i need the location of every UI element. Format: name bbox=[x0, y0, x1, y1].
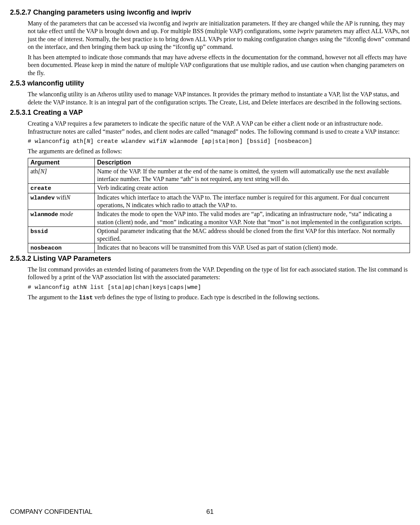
section-body-2.5.3.2: The list command provides an extended li… bbox=[28, 266, 410, 302]
section-heading-2.5.3.1: 2.5.3.1 Creating a VAP bbox=[10, 109, 410, 117]
paragraph: Creating a VAP requires a few parameters… bbox=[28, 120, 410, 136]
argument-cell: create bbox=[28, 184, 95, 193]
section-body-2.5.2.7: Many of the parameters that can be acces… bbox=[28, 20, 410, 77]
paragraph: The arguments are defined as follows: bbox=[28, 148, 410, 155]
description-cell: Verb indicating create action bbox=[95, 184, 410, 193]
argument-cell: ath[N] bbox=[28, 167, 95, 183]
description-cell: Indicates that no beacons will be transm… bbox=[95, 243, 410, 253]
command-line: # wlanconfig athN list [sta|ap|chan|keys… bbox=[28, 284, 410, 291]
argument-cell: nosbeacon bbox=[28, 243, 95, 253]
description-cell: Indicates which interface to attach the … bbox=[95, 193, 410, 210]
paragraph: It has been attempted to indicate those … bbox=[28, 54, 410, 77]
section-heading-2.5.2.7: 2.5.2.7 Changing parameters using iwconf… bbox=[10, 8, 410, 17]
description-cell: Name of the VAP. If the number at the en… bbox=[95, 167, 410, 183]
argument-cell: wlanmode mode bbox=[28, 210, 95, 226]
section-body-2.5.3: The wlanconfig utility is an Atheros uti… bbox=[28, 91, 410, 106]
table-header-description: Description bbox=[95, 158, 410, 167]
argument-cell: bssid bbox=[28, 226, 95, 243]
table-row: createVerb indicating create action bbox=[28, 184, 410, 193]
table-header-argument: Argument bbox=[28, 158, 95, 167]
table-row: wlanmode modeIndicates the mode to open … bbox=[28, 210, 410, 226]
table-row: bssidOptional parameter indicating that … bbox=[28, 226, 410, 243]
paragraph: The wlanconfig utility is an Atheros uti… bbox=[28, 91, 410, 106]
section-heading-2.5.3: 2.5.3 wlanconfig utility bbox=[10, 79, 410, 87]
section-heading-2.5.3.2: 2.5.3.2 Listing VAP Parameters bbox=[10, 255, 410, 263]
table-row: wlandev wifiNIndicates which interface t… bbox=[28, 193, 410, 210]
command-line: # wlanconfig ath[N] create wlandev wifiN… bbox=[28, 138, 410, 145]
table-row: nosbeaconIndicates that no beacons will … bbox=[28, 243, 410, 253]
table-row: ath[N]Name of the VAP. If the number at … bbox=[28, 167, 410, 183]
description-cell: Indicates the mode to open the VAP into.… bbox=[95, 210, 410, 226]
argument-cell: wlandev wifiN bbox=[28, 193, 95, 210]
paragraph: The argument to the list verb defines th… bbox=[28, 294, 410, 302]
section-body-2.5.3.1: Creating a VAP requires a few parameters… bbox=[28, 120, 410, 253]
paragraph: The list command provides an extended li… bbox=[28, 266, 410, 282]
arguments-table: Argument Description ath[N]Name of the V… bbox=[28, 158, 410, 253]
description-cell: Optional parameter indicating that the M… bbox=[95, 226, 410, 243]
paragraph: Many of the parameters that can be acces… bbox=[28, 20, 410, 51]
